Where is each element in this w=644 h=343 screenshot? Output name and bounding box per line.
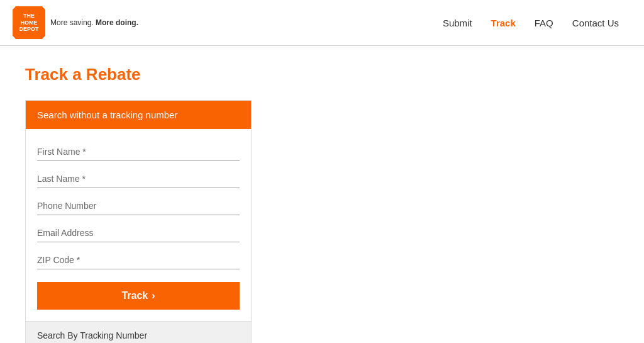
email-address-field[interactable] (37, 224, 240, 242)
header: THE HOME DEPOT More saving. More doing. … (0, 0, 644, 46)
search-by-tracking-number-link[interactable]: Search By Tracking Number (26, 321, 251, 343)
phone-number-field[interactable] (37, 197, 240, 215)
nav-item-contact[interactable]: Contact Us (572, 18, 619, 28)
nav-item-track[interactable]: Track (491, 18, 516, 28)
first-name-field[interactable] (37, 143, 240, 161)
first-name-input[interactable] (37, 143, 240, 161)
zip-code-input[interactable] (37, 251, 240, 269)
search-form-card: Search without a tracking number (25, 100, 252, 343)
email-input[interactable] (37, 224, 240, 242)
home-depot-logo: THE HOME DEPOT (13, 6, 45, 39)
nav-item-submit[interactable]: Submit (443, 18, 472, 28)
logo-area: THE HOME DEPOT More saving. More doing. (13, 6, 138, 39)
form-section-header: Search without a tracking number (26, 101, 251, 129)
page-title: Track a Rebate (25, 65, 619, 84)
main-nav: Submit Track FAQ Contact Us (443, 18, 619, 28)
main-content: Track a Rebate Search without a tracking… (0, 46, 644, 343)
zip-code-field[interactable] (37, 251, 240, 269)
chevron-right-icon: › (152, 290, 155, 301)
page-wrapper: THE HOME DEPOT More saving. More doing. … (0, 0, 644, 343)
last-name-field[interactable] (37, 170, 240, 188)
track-button-label: Track (121, 290, 148, 301)
track-button[interactable]: Track › (37, 282, 240, 310)
tagline: More saving. More doing. (50, 18, 138, 27)
phone-number-input[interactable] (37, 197, 240, 215)
form-body: Track › (26, 129, 251, 321)
nav-item-faq[interactable]: FAQ (535, 18, 553, 28)
last-name-input[interactable] (37, 170, 240, 188)
